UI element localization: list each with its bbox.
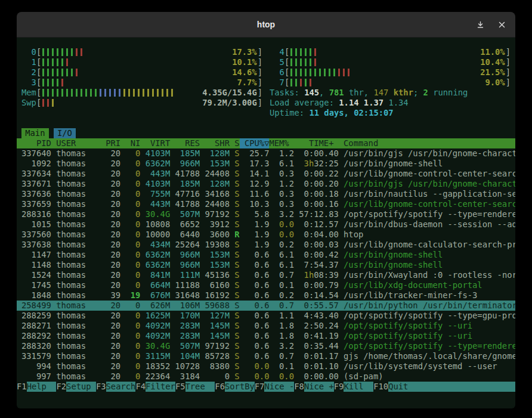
column-header-user[interactable]: USER bbox=[56, 138, 101, 148]
process-row[interactable]: 288292 thomas 20 0 4092M 283M 145M S 0.6… bbox=[17, 331, 515, 341]
titlebar[interactable]: htop bbox=[17, 12, 515, 38]
process-row[interactable]: 288271 thomas 20 0 4092M 283M 145M S 0.6… bbox=[17, 321, 515, 331]
meter-bar bbox=[104, 89, 106, 97]
meter-bar bbox=[42, 99, 44, 107]
process-row[interactable]: 331579 thomas 20 0 3115M 104M 85728 S 0.… bbox=[17, 351, 515, 361]
process-row[interactable]: 337638 thomas 20 0 434M 25264 19308 S 1.… bbox=[17, 240, 515, 250]
cell-ni: 0 bbox=[120, 311, 140, 321]
cell-ni: 0 bbox=[120, 240, 140, 250]
cell-mem: 0.0 bbox=[269, 219, 294, 230]
uptime-status: Uptime: 11 days, 02:15:07 bbox=[270, 108, 511, 118]
cell-cmd: /opt/spotify/spotify --type=gpu-proce bbox=[344, 311, 515, 321]
column-header-cpu[interactable]: CPU%▽ bbox=[240, 138, 270, 148]
meter-value: 79.2M/3.00G bbox=[202, 98, 256, 108]
column-header-ni[interactable]: NI bbox=[120, 138, 140, 148]
cell-cpu: 5.8 bbox=[240, 209, 270, 219]
fkey-filter[interactable]: F4Filter bbox=[135, 382, 175, 392]
column-header-res[interactable]: RES bbox=[175, 138, 200, 148]
meter-bar-graph: 11.0% bbox=[289, 47, 505, 57]
meter-bar-graph: 10.1% bbox=[41, 57, 257, 67]
column-header-time[interactable]: TIME+ bbox=[294, 138, 339, 148]
cell-pri: 20 bbox=[101, 209, 120, 219]
process-row[interactable]: 288316 thomas 20 0 30.4G 507M 97192 S 5.… bbox=[17, 209, 515, 219]
meter-value: 10.4% bbox=[480, 57, 505, 67]
process-row[interactable]: 1092 thomas 20 0 6362M 966M 153M S 17.3 … bbox=[17, 159, 515, 169]
column-header-virt[interactable]: VIRT bbox=[146, 138, 171, 148]
meter-bar bbox=[47, 58, 49, 66]
meter-bar bbox=[314, 58, 316, 66]
process-row[interactable]: 1745 thomas 20 0 664M 11188 6160 S 0.6 0… bbox=[17, 280, 515, 290]
fkey-quit[interactable]: F10Quit bbox=[373, 382, 515, 392]
fkey-number: F10 bbox=[373, 382, 388, 392]
meter-bar bbox=[300, 58, 302, 66]
process-row[interactable]: 337636 thomas 20 0 755M 47716 34168 S 11… bbox=[17, 189, 515, 199]
process-row[interactable]: 337634 thomas 20 0 443M 41788 24408 S 14… bbox=[17, 169, 515, 179]
cell-shr: 24408 bbox=[205, 199, 230, 209]
meter-bar bbox=[66, 69, 68, 76]
meter-label: 1 bbox=[21, 57, 36, 67]
process-row[interactable]: 337640 thomas 20 0 4103M 185M 128M S 25.… bbox=[17, 148, 515, 159]
cell-pid: 288259 bbox=[21, 311, 51, 321]
download-button[interactable] bbox=[475, 19, 485, 30]
process-row[interactable]: 258499 thomas 20 0 626M 106M 59688 S 0.6… bbox=[17, 301, 515, 311]
cell-virt: 18352 bbox=[146, 361, 171, 371]
fkey-nice[interactable]: F7Nice - bbox=[255, 382, 294, 392]
cell-cmd: /usr/lib/gnome-calculator-search-prov bbox=[344, 240, 515, 250]
cell-cpu: 0.6 bbox=[240, 260, 270, 270]
cell-res: 41788 bbox=[175, 199, 200, 209]
terminal-content: 0[17.3%]1[10.1%]2[14.6%]3[7.7%]Mem[4.35G… bbox=[17, 38, 515, 408]
cell-cpu: 17.3 bbox=[240, 159, 270, 169]
fkey-kill[interactable]: F9Kill bbox=[334, 382, 373, 392]
fkey-search[interactable]: F3Search bbox=[96, 382, 135, 392]
meter-bar bbox=[61, 89, 63, 97]
process-row[interactable]: 997 thomas 20 0 22364 3184 0 S 0.0 0.0 0… bbox=[17, 371, 515, 382]
process-row[interactable]: 337560 thomas 20 0 10000 6440 3600 R 1.9… bbox=[17, 230, 515, 240]
fkey-nice[interactable]: F8Nice + bbox=[294, 382, 333, 392]
tab-main[interactable]: Main bbox=[21, 128, 49, 138]
cpu-meter-2: 2[14.6%] bbox=[21, 67, 262, 78]
cell-pri: 20 bbox=[101, 351, 120, 361]
process-row[interactable]: 337659 thomas 20 0 443M 41788 24408 S 10… bbox=[17, 199, 515, 209]
process-row[interactable]: 994 thomas 20 0 18352 10728 8380 S 0.0 0… bbox=[17, 361, 515, 371]
fkey-label: Kill bbox=[344, 382, 373, 392]
process-row[interactable]: 337671 thomas 20 0 4103M 185M 128M S 12.… bbox=[17, 179, 515, 189]
column-header-pri[interactable]: PRI bbox=[101, 138, 120, 148]
process-row[interactable]: 1147 thomas 20 0 6362M 966M 153M S 0.6 6… bbox=[17, 250, 515, 260]
fkey-tree[interactable]: F5Tree bbox=[175, 382, 215, 392]
column-header-mem[interactable]: MEM% bbox=[269, 138, 294, 148]
fkey-setup[interactable]: F2Setup bbox=[56, 382, 95, 392]
cell-ni: 0 bbox=[120, 230, 140, 240]
meter-bar bbox=[47, 48, 49, 56]
cell-user: thomas bbox=[56, 230, 101, 240]
fkey-sortby[interactable]: F6SortBy bbox=[215, 382, 254, 392]
cell-cpu: 0.6 bbox=[240, 351, 270, 361]
cell-ni: 0 bbox=[120, 371, 140, 382]
cell-cmd: /opt/spotify/spotify --type=renderer bbox=[344, 209, 515, 219]
fkey-help[interactable]: F1Help bbox=[17, 382, 56, 392]
meter-bar bbox=[81, 48, 82, 56]
meter-bar bbox=[57, 69, 58, 76]
cell-s: S bbox=[234, 351, 239, 361]
column-header-pid[interactable]: PID bbox=[21, 138, 51, 148]
process-row[interactable]: 288320 thomas 20 0 30.4G 507M 97192 S 0.… bbox=[17, 341, 515, 351]
process-row[interactable]: 1015 thomas 20 0 10808 6652 3912 S 1.9 0… bbox=[17, 219, 515, 230]
cell-shr: 153M bbox=[205, 159, 230, 169]
cell-cmd: /usr/lib/gnome-control-center-search- bbox=[344, 169, 515, 179]
process-row[interactable]: 1848 thomas 39 19 676M 31648 16192 S 0.6… bbox=[17, 290, 515, 301]
cell-shr: 19308 bbox=[205, 240, 230, 250]
process-row[interactable]: 288259 thomas 20 0 1625M 170M 127M S 0.6… bbox=[17, 311, 515, 321]
column-header-shr[interactable]: SHR bbox=[205, 138, 230, 148]
htop-window: htop 0[17.3%]1[10.1%]2[14.6%]3[7.7%]Mem[… bbox=[17, 12, 515, 408]
column-header-s[interactable]: S bbox=[234, 138, 239, 148]
cell-cpu: 0.6 bbox=[240, 341, 270, 351]
cell-ni: 0 bbox=[120, 351, 140, 361]
close-button[interactable] bbox=[496, 19, 507, 30]
meter-bar bbox=[123, 89, 125, 97]
process-row[interactable]: 1148 thomas 20 0 6362M 966M 153M S 0.6 6… bbox=[17, 260, 515, 270]
cell-shr: 97192 bbox=[205, 341, 230, 351]
cell-time: 0:12.57 bbox=[294, 219, 339, 230]
meter-bar-graph: 14.6% bbox=[41, 67, 257, 78]
process-row[interactable]: 1524 thomas 20 0 841M 111M 45136 S 0.6 0… bbox=[17, 270, 515, 280]
tab-io[interactable]: I/O bbox=[54, 128, 76, 138]
column-header-cmd[interactable]: Command bbox=[344, 138, 515, 148]
